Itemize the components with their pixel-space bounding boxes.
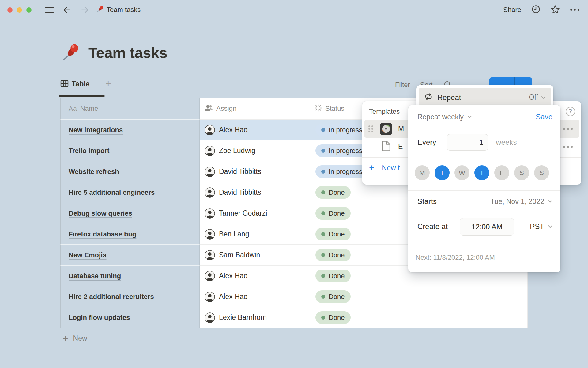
status-badge: Done [315,311,351,324]
status-cell[interactable]: Done [309,266,386,286]
empty-cell[interactable] [386,307,528,328]
column-header-name[interactable]: Aa Name [60,98,200,120]
status-label: Done [329,189,345,197]
add-row-footer[interactable]: + New [60,328,528,349]
create-time-input[interactable]: 12:00 AM [460,218,514,236]
active-tab-indicator [59,95,105,97]
task-name-cell[interactable]: Database tuning [60,266,200,286]
status-cell[interactable]: Done [309,224,386,245]
filter-button[interactable]: Filter [395,81,410,89]
back-arrow-icon[interactable] [62,5,72,14]
status-cell[interactable]: Done [309,286,386,307]
repeat-menu-item[interactable]: Repeat Off [419,88,551,107]
task-name-cell[interactable]: Hire 5 additional engineers [60,182,200,203]
status-dot [321,295,325,299]
frequency-dropdown[interactable]: Repeat weekly [417,113,472,121]
status-cell[interactable]: Done [309,182,386,203]
status-dot [321,190,325,194]
status-dot [321,274,325,278]
assignee-cell[interactable]: Zoe Ludwig [200,140,309,161]
task-name-cell[interactable]: Login flow updates [60,307,200,328]
assignee-cell[interactable]: David Tibbitts [200,161,309,182]
empty-cell[interactable] [386,286,528,307]
help-question-icon[interactable]: ? [566,107,575,116]
weekday-toggle[interactable]: W [454,165,469,180]
template-options-icon[interactable] [563,128,573,130]
status-label: In progress [329,147,362,155]
status-cell[interactable]: Done [309,307,386,328]
assignee-cell[interactable]: Lexie Barnhorn [200,307,309,328]
table-row[interactable]: Hire 2 additional recruitersAlex HaoDone [60,286,528,307]
save-button[interactable]: Save [536,113,552,121]
weekday-toggle[interactable]: S [514,165,529,180]
status-dot [321,149,325,153]
breadcrumb[interactable]: Team tasks [96,5,141,15]
task-name-cell[interactable]: Trello import [60,140,200,161]
tab-table-view[interactable]: Table [60,80,89,89]
template-item-label: M [398,125,404,133]
weekday-toggle[interactable]: S [534,165,549,180]
share-button[interactable]: Share [503,6,521,14]
popup-divider [408,246,560,246]
task-name-cell[interactable]: New integrations [60,120,200,140]
assignee-cell[interactable]: Alex Hao [200,120,309,140]
template-options-icon[interactable] [563,146,573,148]
page-title: Team tasks [88,44,167,61]
interval-input[interactable]: 1 [447,134,488,151]
task-name-cell[interactable]: Firefox database bug [60,224,200,245]
avatar [205,125,215,135]
weekday-toggle[interactable]: T [474,165,489,180]
assignee-cell[interactable]: Ben Lang [200,224,309,245]
status-badge: Done [315,290,351,303]
task-name-cell[interactable]: New Emojis [60,245,200,266]
starts-date-dropdown[interactable]: Tue, Nov 1, 2022 [490,197,552,206]
popup-divider [408,190,560,191]
doc-title-text: Team tasks [107,6,141,14]
assignee-cell[interactable]: Sam Baldwin [200,245,309,266]
assignee-cell[interactable]: David Tibbitts [200,182,309,203]
new-template-label: New t [382,164,400,172]
updates-clock-icon[interactable] [532,5,540,15]
starts-date-value: Tue, Nov 1, 2022 [490,197,544,206]
close-window-button[interactable] [7,7,13,13]
assignee-cell[interactable]: Alex Hao [200,286,309,307]
avatar [205,271,215,281]
column-header-assign[interactable]: Assign [200,98,309,120]
status-badge: Done [315,270,351,282]
frequency-value: Repeat weekly [417,113,464,121]
chevron-down-icon [541,95,546,100]
weekday-toggle[interactable]: T [435,165,450,180]
add-view-button[interactable]: + [105,78,111,89]
assignee-cell[interactable]: Tanner Godarzi [200,203,309,224]
forward-arrow-icon[interactable] [80,5,89,14]
status-badge: In progress [315,144,368,157]
status-dot [321,232,325,236]
status-cell[interactable]: Done [309,245,386,266]
weekday-toggle[interactable]: F [494,165,509,180]
status-badge: Done [315,228,351,240]
menu-icon[interactable] [45,7,54,13]
status-dot [321,316,325,320]
more-options-icon[interactable] [570,9,579,11]
pushpin-icon [96,5,104,15]
favorite-star-icon[interactable] [551,5,560,15]
task-name-cell[interactable]: Website refresh [60,161,200,182]
task-name: Database tuning [69,272,121,280]
minimize-window-button[interactable] [17,7,22,13]
table-view-icon [60,80,69,89]
status-badge: Done [315,249,351,261]
status-dot [321,170,325,174]
drag-handle-icon[interactable] [368,125,373,132]
weekday-toggle[interactable]: M [415,165,430,180]
assignee-cell[interactable]: Alex Hao [200,266,309,286]
timezone-dropdown[interactable]: PST [530,222,552,231]
task-name-cell[interactable]: Debug slow queries [60,203,200,224]
create-at-label: Create at [417,222,448,231]
next-occurrence-text: Next: 11/8/2022, 12:00 AM [416,254,495,262]
task-name-cell[interactable]: Hire 2 additional recruiters [60,286,200,307]
status-cell[interactable]: Done [309,203,386,224]
chevron-down-icon [467,115,472,118]
weekday-selector: MTWTFSS [415,165,549,180]
zoom-window-button[interactable] [26,7,32,13]
table-row[interactable]: Login flow updatesLexie BarnhornDone [60,307,528,328]
